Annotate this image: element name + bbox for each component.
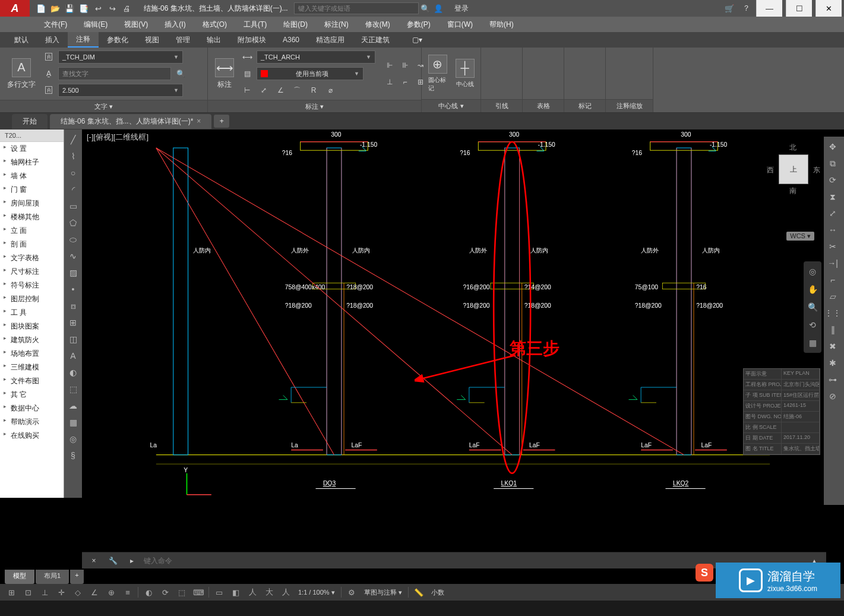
units-icon[interactable]: 📏 — [411, 586, 426, 599]
boundary-icon[interactable]: ⬚ — [65, 381, 81, 397]
move-icon[interactable]: ✥ — [825, 139, 840, 154]
menu-edit[interactable]: 编辑(E) — [75, 17, 116, 32]
explode-icon[interactable]: ✱ — [825, 355, 840, 371]
close-button[interactable]: ✕ — [815, 0, 842, 17]
ortho-icon[interactable]: ⊥ — [37, 586, 52, 599]
panel-title-dim[interactable]: 标注 ▾ — [208, 100, 421, 112]
chamfer-icon[interactable]: ▱ — [825, 289, 840, 304]
pline-icon[interactable]: ⌇ — [65, 149, 81, 164]
dim-angular-icon[interactable]: ∠ — [273, 83, 287, 97]
orbit-icon[interactable]: ⟲ — [805, 317, 820, 333]
tab-close-icon[interactable]: × — [197, 117, 201, 125]
dim-base-icon[interactable]: ⊪ — [398, 58, 412, 72]
grid-icon[interactable]: ⊡ — [20, 586, 36, 599]
panel-title-table[interactable]: 表格 — [523, 99, 564, 112]
palette-item-3[interactable]: 门 窗 — [0, 183, 64, 197]
menu-file[interactable]: 文件(F) — [36, 17, 75, 32]
layer-icon[interactable]: ▤ — [240, 67, 254, 81]
menu-dim[interactable]: 标注(N) — [316, 17, 357, 32]
rtab-annotate[interactable]: 注释 — [68, 32, 99, 48]
rtab-insert[interactable]: 插入 — [37, 32, 68, 48]
palette-item-16[interactable]: 三维建模 — [0, 361, 64, 374]
menu-format[interactable]: 格式(O) — [194, 17, 235, 32]
anno-icon[interactable]: 人 — [245, 586, 260, 599]
menu-draw[interactable]: 绘图(D) — [275, 17, 316, 32]
mirror-icon[interactable]: ⧗ — [825, 189, 840, 204]
dim-style-dropdown[interactable]: _TCH_ARCH▼ — [257, 50, 375, 64]
cmd-tool-icon[interactable]: 🔧 — [106, 554, 120, 568]
app-icon[interactable]: A — [0, 0, 30, 17]
scale-icon[interactable]: 🄰 — [42, 83, 56, 97]
scale-tool-icon[interactable]: ⤢ — [825, 206, 840, 221]
join-icon[interactable]: ⊶ — [825, 372, 840, 387]
rtab-a360[interactable]: A360 — [274, 32, 308, 48]
rtab-parametric[interactable]: 参数化 — [99, 32, 137, 48]
dim-layer-dropdown[interactable]: 使用当前项▼ — [257, 67, 363, 80]
circle-icon[interactable]: ○ — [65, 165, 81, 181]
revision-icon[interactable]: ☁ — [65, 398, 81, 413]
palette-item-12[interactable]: 工 具 — [0, 306, 64, 320]
dim-jog-icon[interactable]: ⌐ — [398, 75, 412, 89]
textstyle-icon[interactable]: 🄰 — [42, 50, 56, 64]
menu-view[interactable]: 视图(V) — [116, 17, 156, 32]
rotate-icon[interactable]: ⟳ — [825, 172, 840, 188]
palette-item-1[interactable]: 轴网柱子 — [0, 156, 64, 169]
transp-icon[interactable]: ◐ — [141, 586, 156, 599]
dim-diameter-icon[interactable]: ⌀ — [323, 83, 337, 97]
maximize-button[interactable]: ☐ — [786, 0, 812, 17]
donut-icon[interactable]: ◎ — [65, 431, 81, 447]
gradient-icon[interactable]: ◐ — [65, 365, 81, 380]
rtab-output[interactable]: 输出 — [198, 32, 229, 48]
text-icon[interactable]: A — [65, 348, 81, 364]
dim-aligned-icon[interactable]: ⤢ — [257, 83, 271, 97]
text-height-dropdown[interactable]: 2.500▼ — [58, 84, 183, 97]
panel-title-marker[interactable]: 标记 — [564, 99, 605, 112]
rtab-toggle[interactable]: ▢▾ — [404, 32, 431, 48]
dim-button[interactable]: ⟷ 标注 — [213, 56, 236, 92]
palette-item-4[interactable]: 房间屋顶 — [0, 197, 64, 210]
palette-item-18[interactable]: 其 它 — [0, 388, 64, 402]
lwt-icon[interactable]: ≡ — [120, 586, 135, 599]
dim-linear-icon[interactable]: ⊢ — [240, 83, 254, 97]
qat-new-icon[interactable]: 📄 — [34, 2, 48, 15]
palette-item-8[interactable]: 文字表格 — [0, 251, 64, 265]
text-style-dropdown[interactable]: _TCH_DIM▼ — [58, 50, 183, 64]
rtab-view[interactable]: 视图 — [137, 32, 167, 48]
snap-icon[interactable]: ⊞ — [4, 586, 19, 599]
palette-header[interactable]: T20... — [0, 129, 64, 142]
cmd-recent-icon[interactable]: ▸ — [125, 554, 139, 568]
hatch-icon[interactable]: ▨ — [65, 265, 81, 280]
mtext-button[interactable]: A 多行文字 — [5, 56, 38, 92]
qat-undo-icon[interactable]: ↩ — [91, 2, 105, 15]
tab-model[interactable]: 模型 — [5, 570, 34, 584]
find-icon[interactable]: A̱ — [42, 67, 56, 81]
block-icon[interactable]: ⧈ — [65, 298, 81, 314]
cube-west[interactable]: 西 — [767, 165, 774, 175]
view-cube[interactable]: 北 南 东 西 上 — [767, 143, 820, 196]
centerline-button[interactable]: ┼ 中心线 — [453, 56, 477, 91]
dim-radius-icon[interactable]: R — [306, 83, 321, 97]
palette-item-2[interactable]: 墙 体 — [0, 169, 64, 183]
cmd-close-icon[interactable]: × — [87, 554, 101, 568]
palette-item-14[interactable]: 建筑防火 — [0, 333, 64, 347]
palette-item-20[interactable]: 帮助演示 — [0, 415, 64, 429]
qat-save-icon[interactable]: 💾 — [63, 2, 76, 15]
otrack-icon[interactable]: ∠ — [87, 586, 102, 599]
panel-title-annoscale[interactable]: 注释缩放 — [606, 99, 653, 112]
wcs-label[interactable]: WCS ▾ — [786, 232, 814, 241]
palette-item-9[interactable]: 尺寸标注 — [0, 265, 64, 279]
menu-tools[interactable]: 工具(T) — [235, 17, 275, 32]
tab-add-layout[interactable]: + — [70, 570, 83, 584]
qat-open-icon[interactable]: 📂 — [49, 2, 62, 15]
find-text-input[interactable]: 查找文字 — [58, 67, 171, 80]
tab-document[interactable]: 结施-06 集水坑、挡...、人防墙体详图(一)*× — [50, 114, 211, 129]
zoom-icon[interactable]: 🔍 — [805, 299, 820, 315]
drawing-canvas[interactable]: [-][俯视][二维线框] 300DQ3LaLaF人防外人防内758@400x4… — [82, 129, 844, 498]
palette-item-13[interactable]: 图块图案 — [0, 320, 64, 333]
rect-icon[interactable]: ▭ — [65, 198, 81, 214]
polar-icon[interactable]: ✛ — [53, 586, 69, 599]
ws-icon[interactable]: ⚙ — [344, 586, 359, 599]
pan-icon[interactable]: ✋ — [805, 282, 820, 297]
panel-title-leader[interactable]: 引线 — [481, 99, 522, 112]
showmotion-icon[interactable]: ▦ — [805, 335, 820, 350]
